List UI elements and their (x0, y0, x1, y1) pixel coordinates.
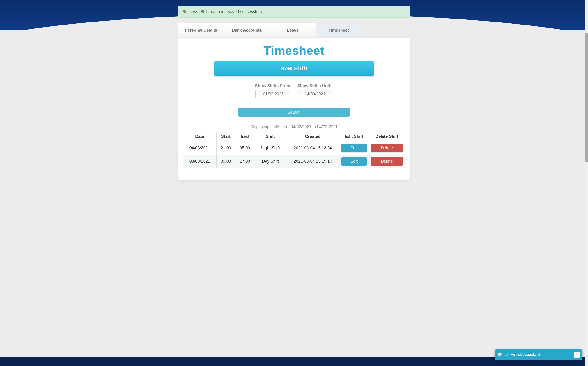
edit-button[interactable]: Edit (341, 157, 366, 166)
cell-start: 21:00 (216, 142, 235, 155)
filter-from-input[interactable] (255, 90, 291, 98)
tabs: Personal Details Bank Accounts Leave Tim… (178, 23, 410, 37)
filter-until-label: Show Shifts Until: (297, 84, 333, 88)
alert-message: Success: Shift has been saved successful… (182, 9, 263, 14)
cell-end: 05:00 (235, 142, 254, 155)
chat-icon (498, 352, 502, 357)
cell-end: 17:00 (235, 155, 254, 168)
alert-success: Success: Shift has been saved successful… (178, 6, 410, 18)
cell-edit: Edit (339, 142, 369, 155)
th-start: Start (216, 132, 235, 142)
edit-button[interactable]: Edit (341, 144, 366, 152)
new-shift-button[interactable]: New Shift (214, 61, 374, 76)
chevron-up-icon (575, 353, 578, 356)
cell-shift: Day Shift (254, 155, 286, 168)
filter-from: Show Shifts From: (255, 84, 292, 98)
tab-timesheet[interactable]: Timesheet (316, 23, 362, 37)
panel-timesheet: Timesheet New Shift Show Shifts From: Sh… (178, 37, 410, 180)
delete-button[interactable]: Delete (371, 144, 403, 152)
delete-button[interactable]: Delete (371, 157, 403, 166)
th-created: Created (286, 132, 339, 142)
tab-personal-details[interactable]: Personal Details (178, 23, 224, 37)
filter-until: Show Shifts Until: (297, 84, 333, 98)
table-row: 03/03/2021 09:00 17:00 Day Shift 2021-03… (183, 155, 405, 168)
filters: Show Shifts From: Show Shifts Until: (183, 84, 405, 98)
cell-created: 2021-03-04 15:19:14 (286, 155, 339, 168)
virtual-assistant-bar[interactable]: LP Virtual Assistant (495, 350, 582, 359)
th-end: End (235, 132, 254, 142)
th-delete: Delete Shift (369, 132, 405, 142)
cell-shift: Night Shift (254, 142, 286, 155)
virtual-assistant-label: LP Virtual Assistant (504, 352, 574, 357)
cell-delete: Delete (369, 155, 405, 168)
tab-label: Timesheet (328, 28, 349, 33)
cell-delete: Delete (369, 142, 405, 155)
th-edit: Edit Shift (339, 132, 369, 142)
page-title: Timesheet (183, 44, 405, 57)
cell-edit: Edit (339, 155, 369, 168)
scrollbar-thumb[interactable] (585, 33, 588, 162)
tab-label: Leave (287, 28, 299, 33)
cell-date: 03/03/2021 (183, 155, 217, 168)
th-shift: Shift (254, 132, 286, 142)
table-row: 04/03/2021 21:00 05:00 Night Shift 2021-… (183, 142, 405, 155)
shifts-table: Date Start End Shift Created Edit Shift … (183, 132, 405, 168)
th-date: Date (183, 132, 217, 142)
tab-label: Bank Accounts (232, 28, 262, 33)
table-header-row: Date Start End Shift Created Edit Shift … (183, 132, 405, 142)
filter-from-label: Show Shifts From: (255, 84, 292, 88)
tab-bank-accounts[interactable]: Bank Accounts (224, 23, 270, 37)
expand-button[interactable] (574, 351, 580, 358)
filter-until-input[interactable] (297, 90, 333, 98)
cell-created: 2021-03-04 15:18:34 (286, 142, 339, 155)
tab-label: Personal Details (185, 28, 217, 33)
range-text: Displaying shifts from 04/02/2021 to 04/… (183, 124, 405, 129)
search-button[interactable]: Search (238, 107, 350, 117)
cell-date: 04/03/2021 (183, 142, 217, 155)
tab-leave[interactable]: Leave (270, 23, 316, 37)
cell-start: 09:00 (216, 155, 235, 168)
